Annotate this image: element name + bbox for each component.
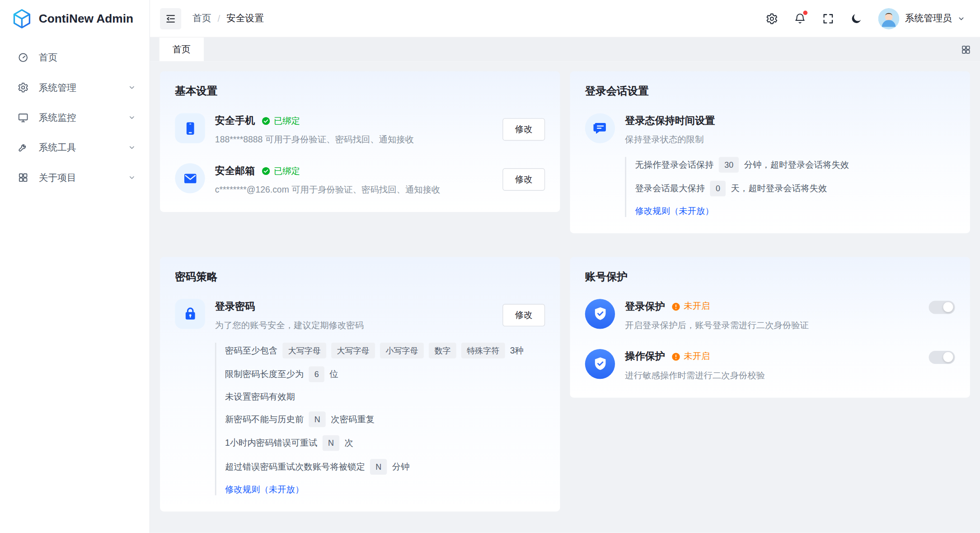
modify-button[interactable]: 修改	[502, 118, 545, 141]
warning-circle-icon	[671, 352, 681, 361]
modify-rules-link[interactable]: 修改规则（未开放）	[635, 206, 955, 217]
toggle-switch[interactable]	[929, 301, 955, 314]
setting-desc: 保持登录状态的限制	[625, 134, 955, 146]
setting-name: 登录保护	[625, 300, 665, 313]
tab-list: 首页	[159, 38, 961, 61]
rule-chip: 30	[719, 157, 739, 173]
sidebar-item-label: 系统监控	[39, 112, 118, 123]
setting-name: 安全邮箱	[215, 165, 255, 178]
gear-icon[interactable]	[766, 12, 778, 25]
user-name: 系统管理员	[905, 13, 952, 24]
shield-check-icon	[585, 299, 615, 329]
session-rules: 无操作登录会话保持30分钟，超时登录会话将失效登录会话最大保持0天，超时登录会话…	[635, 157, 955, 196]
rule-chip: N	[370, 459, 387, 475]
rule-chip: 特殊字符	[461, 342, 505, 358]
rule-chip: 数字	[429, 342, 456, 358]
basic-items: 安全手机已绑定188****8888 可用于身份验证、密码找回、通知接收修改安全…	[175, 113, 545, 196]
chevron-down-icon	[128, 84, 136, 91]
rule-chip: 小写字母	[380, 342, 424, 358]
toggle-switch[interactable]	[929, 350, 955, 363]
bell-icon[interactable]	[794, 12, 807, 25]
logo-text: ContiNew Admin	[39, 12, 133, 25]
session-rule-line: 无操作登录会话保持30分钟，超时登录会话将失效	[635, 157, 955, 173]
chat-icon	[585, 113, 615, 143]
sidebar-item[interactable]: 系统工具	[8, 134, 142, 161]
session-setting-row: 登录态保持时间设置 保持登录状态的限制	[585, 113, 955, 146]
user-menu[interactable]: 系统管理员	[878, 8, 965, 29]
dashboard-icon	[18, 52, 29, 63]
status-badge: 已绑定	[261, 165, 300, 177]
sidebar-item[interactable]: 系统监控	[8, 104, 142, 132]
protection-setting-row: 登录保护未开启开启登录保护后，账号登录需进行二次身份验证	[585, 299, 955, 331]
chevron-down-icon	[128, 144, 136, 151]
sidebar-item-label: 首页	[39, 52, 136, 63]
notification-dot	[803, 10, 808, 15]
status-label: 未开启	[684, 351, 710, 362]
logo-icon	[11, 8, 33, 29]
card-title: 基本设置	[175, 84, 545, 98]
setting-desc: 进行敏感操作时需进行二次身份校验	[625, 369, 919, 381]
rule-text: 3种	[510, 344, 524, 357]
rule-text: 登录会话最大保持	[635, 182, 705, 195]
lock-icon	[175, 299, 205, 329]
password-rule-line: 密码至少包含大写字母大写字母小写字母数字特殊字符3种	[225, 342, 545, 358]
rule-chip: 大写字母	[331, 342, 375, 358]
setting-name: 登录密码	[215, 300, 255, 313]
header: 首页/安全设置 系统管理	[150, 0, 980, 38]
sidebar-item-label: 系统工具	[39, 142, 118, 153]
setting-name: 登录态保持时间设置	[625, 114, 715, 127]
toggle-knob	[943, 352, 953, 362]
tab-item[interactable]: 首页	[159, 38, 204, 61]
sidebar-item-label: 系统管理	[39, 82, 118, 94]
setting-desc: 为了您的账号安全，建议定期修改密码	[215, 319, 492, 331]
password-rule-line: 未设置密码有效期	[225, 390, 545, 403]
moon-icon[interactable]	[850, 12, 863, 25]
basic-setting-row: 安全邮箱已绑定c********@126.com 可用于身份验证、密码找回、通知…	[175, 163, 545, 196]
password-rule-block: 密码至少包含大写字母大写字母小写字母数字特殊字符3种限制密码长度至少为6位未设置…	[215, 342, 545, 495]
status-badge: 已绑定	[261, 115, 300, 127]
tools-icon	[18, 142, 29, 153]
password-rule-line: 1小时内密码错误可重试N次	[225, 435, 545, 451]
sidebar-item[interactable]: 关于项目	[8, 164, 142, 191]
card-session-settings: 登录会话设置 登录态保持时间设置 保持登录状态的限制 无操作登录会话保持30分钟…	[570, 71, 970, 233]
rule-text: 次	[344, 436, 353, 449]
modify-button[interactable]: 修改	[502, 304, 545, 326]
row-body: 安全邮箱已绑定c********@126.com 可用于身份验证、密码找回、通知…	[215, 163, 492, 196]
rule-text: 天，超时登录会话将失效	[731, 182, 827, 195]
row-body: 登录密码 为了您的账号安全，建议定期修改密码	[215, 299, 492, 331]
row-body: 登录保护未开启开启登录保护后，账号登录需进行二次身份验证	[625, 299, 919, 331]
shield-check-icon	[585, 349, 615, 378]
rule-text: 限制密码长度至少为	[225, 368, 304, 381]
card-title: 账号保护	[585, 269, 955, 284]
content: 基本设置 安全手机已绑定188****8888 可用于身份验证、密码找回、通知接…	[150, 61, 980, 533]
protection-items: 登录保护未开启开启登录保护后，账号登录需进行二次身份验证操作保护未开启进行敏感操…	[585, 299, 955, 382]
breadcrumb-item[interactable]: 首页	[192, 13, 211, 24]
row-body: 操作保护未开启进行敏感操作时需进行二次身份校验	[625, 349, 919, 381]
sidebar-item[interactable]: 系统管理	[8, 74, 142, 101]
rule-text: 无操作登录会话保持	[635, 158, 713, 171]
rule-chip: 大写字母	[282, 342, 326, 358]
modify-rules-link[interactable]: 修改规则（未开放）	[225, 484, 545, 495]
tabbar: 首页	[150, 38, 980, 61]
monitor-icon	[18, 112, 29, 123]
chevron-down-icon	[128, 114, 136, 122]
status-label: 已绑定	[274, 165, 300, 177]
app-root: ContiNew Admin 首页系统管理系统监控系统工具关于项目 首页/安全设…	[0, 0, 980, 533]
rule-text: 分钟，超时登录会话将失效	[744, 158, 849, 171]
rule-text: 位	[329, 368, 338, 381]
header-actions: 系统管理员	[766, 8, 965, 29]
password-rule-line: 限制密码长度至少为6位	[225, 366, 545, 382]
grid-icon[interactable]	[961, 44, 971, 55]
status-badge: 未开启	[671, 301, 710, 312]
sidebar: ContiNew Admin 首页系统管理系统监控系统工具关于项目	[0, 0, 150, 533]
setting-desc: c********@126.com 可用于身份验证、密码找回、通知接收	[215, 184, 492, 196]
rule-text: 未设置密码有效期	[225, 390, 295, 403]
modify-button[interactable]: 修改	[502, 168, 545, 191]
sidebar-item[interactable]: 首页	[8, 44, 142, 71]
card-title: 密码策略	[175, 269, 545, 284]
menu-collapse-icon[interactable]	[160, 8, 181, 29]
chevron-down-icon	[128, 174, 136, 182]
rule-chip: N	[323, 435, 340, 451]
logo: ContiNew Admin	[0, 0, 150, 38]
fullscreen-icon[interactable]	[822, 12, 835, 25]
